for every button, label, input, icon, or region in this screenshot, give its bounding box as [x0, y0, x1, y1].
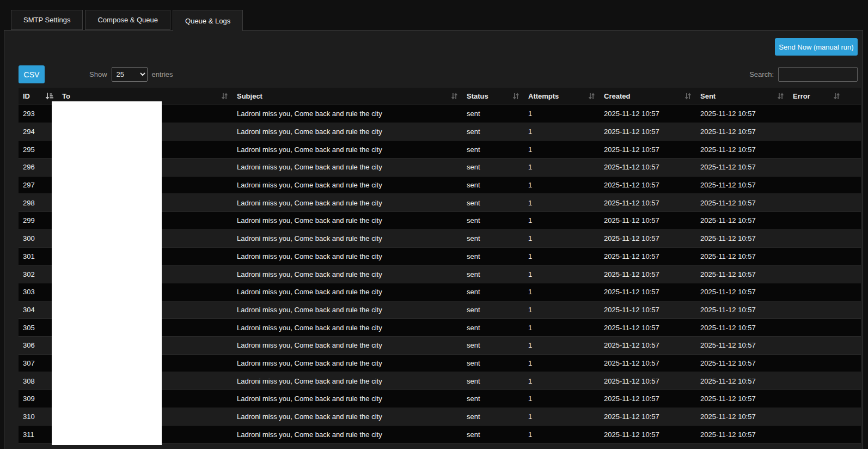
cell-created: 2025-11-12 10:57: [600, 390, 696, 408]
cell-attempts: 1: [524, 141, 600, 158]
cell-created: 2025-11-12 10:57: [600, 319, 696, 336]
cell-attempts: 1: [524, 390, 600, 408]
cell-attempts: 1: [524, 355, 600, 372]
cell-error: [788, 337, 861, 354]
search-control: Search:: [749, 65, 858, 83]
cell-subject: Ladroni miss you, Come back and rule the…: [233, 283, 462, 301]
redaction-overlay: [52, 101, 162, 445]
sort-both-icon: [221, 93, 228, 100]
column-header-subject[interactable]: Subject: [233, 88, 462, 105]
sort-ascending-icon: [45, 93, 53, 100]
cell-created: 2025-11-12 10:57: [600, 283, 696, 301]
cell-attempts: 1: [524, 105, 600, 123]
search-input[interactable]: [778, 67, 858, 82]
cell-subject: Ladroni miss you, Come back and rule the…: [233, 319, 462, 336]
cell-created: 2025-11-12 10:57: [600, 105, 696, 123]
cell-error: [788, 212, 861, 229]
cell-sent: 2025-11-12 10:57: [696, 212, 788, 229]
cell-error: [788, 194, 861, 211]
column-header-attempts[interactable]: Attempts: [524, 88, 600, 105]
cell-sent: 2025-11-12 10:57: [696, 301, 788, 319]
cell-subject: Ladroni miss you, Come back and rule the…: [233, 212, 462, 229]
column-header-created[interactable]: Created: [600, 88, 696, 105]
cell-attempts: 1: [524, 426, 600, 443]
cell-error: [788, 372, 861, 390]
cell-subject: Ladroni miss you, Come back and rule the…: [233, 337, 462, 354]
cell-created: 2025-11-12 10:57: [600, 337, 696, 354]
tab-compose-queue[interactable]: Compose & Queue: [85, 10, 170, 30]
cell-sent: 2025-11-12 10:57: [696, 408, 788, 426]
cell-created: 2025-11-12 10:57: [600, 301, 696, 319]
cell-sent: 2025-11-12 10:57: [696, 319, 788, 336]
cell-attempts: 1: [524, 301, 600, 319]
cell-created: 2025-11-12 10:57: [600, 426, 696, 443]
page-length-select[interactable]: 25: [112, 67, 148, 82]
cell-status: sent: [462, 426, 524, 443]
cell-sent: 2025-11-12 10:57: [696, 230, 788, 247]
show-label: Show: [89, 70, 107, 78]
column-label: Error: [793, 92, 810, 100]
cell-subject: Ladroni miss you, Come back and rule the…: [233, 426, 462, 443]
cell-error: [788, 248, 861, 265]
cell-created: 2025-11-12 10:57: [600, 141, 696, 158]
cell-sent: 2025-11-12 10:57: [696, 248, 788, 265]
cell-attempts: 1: [524, 283, 600, 301]
sort-both-icon: [588, 93, 595, 100]
column-label: Status: [467, 92, 488, 100]
cell-attempts: 1: [524, 230, 600, 247]
cell-sent: 2025-11-12 10:57: [696, 141, 788, 158]
cell-error: [788, 301, 861, 319]
cell-status: sent: [462, 159, 524, 176]
cell-attempts: 1: [524, 159, 600, 176]
tab-queue-logs[interactable]: Queue & Logs: [173, 10, 243, 31]
sort-both-icon: [451, 93, 458, 100]
cell-attempts: 1: [524, 212, 600, 229]
cell-attempts: 1: [524, 177, 600, 194]
cell-error: [788, 355, 861, 372]
search-label: Search:: [749, 70, 774, 78]
cell-subject: Ladroni miss you, Come back and rule the…: [233, 141, 462, 158]
cell-subject: Ladroni miss you, Come back and rule the…: [233, 194, 462, 211]
cell-status: sent: [462, 212, 524, 229]
cell-sent: 2025-11-12 10:57: [696, 177, 788, 194]
cell-sent: 2025-11-12 10:57: [696, 159, 788, 176]
cell-created: 2025-11-12 10:57: [600, 408, 696, 426]
cell-sent: 2025-11-12 10:57: [696, 372, 788, 390]
cell-status: sent: [462, 265, 524, 283]
cell-status: sent: [462, 194, 524, 211]
column-header-status[interactable]: Status: [462, 88, 524, 105]
tab-smtp-settings[interactable]: SMTP Settings: [11, 10, 83, 30]
cell-status: sent: [462, 301, 524, 319]
cell-attempts: 1: [524, 265, 600, 283]
cell-attempts: 1: [524, 408, 600, 426]
cell-sent: 2025-11-12 10:57: [696, 123, 788, 141]
cell-subject: Ladroni miss you, Come back and rule the…: [233, 123, 462, 141]
column-header-sent[interactable]: Sent: [696, 88, 788, 105]
cell-error: [788, 141, 861, 158]
cell-attempts: 1: [524, 372, 600, 390]
cell-sent: 2025-11-12 10:57: [696, 355, 788, 372]
cell-subject: Ladroni miss you, Come back and rule the…: [233, 159, 462, 176]
column-header-error[interactable]: Error: [788, 88, 861, 105]
cell-subject: Ladroni miss you, Come back and rule the…: [233, 355, 462, 372]
cell-created: 2025-11-12 10:57: [600, 248, 696, 265]
send-now-button[interactable]: Send Now (manual run): [775, 38, 858, 56]
entries-label: entries: [152, 70, 173, 78]
cell-status: sent: [462, 248, 524, 265]
cell-error: [788, 390, 861, 408]
cell-sent: 2025-11-12 10:57: [696, 265, 788, 283]
cell-status: sent: [462, 230, 524, 247]
cell-status: sent: [462, 337, 524, 354]
column-label: Attempts: [528, 92, 559, 100]
sort-both-icon: [512, 93, 519, 100]
cell-created: 2025-11-12 10:57: [600, 355, 696, 372]
csv-export-button[interactable]: CSV: [19, 65, 45, 83]
cell-error: [788, 177, 861, 194]
cell-created: 2025-11-12 10:57: [600, 265, 696, 283]
sort-both-icon: [684, 93, 692, 100]
cell-subject: Ladroni miss you, Come back and rule the…: [233, 177, 462, 194]
cell-status: sent: [462, 283, 524, 301]
cell-error: [788, 230, 861, 247]
cell-attempts: 1: [524, 194, 600, 211]
cell-status: sent: [462, 319, 524, 336]
